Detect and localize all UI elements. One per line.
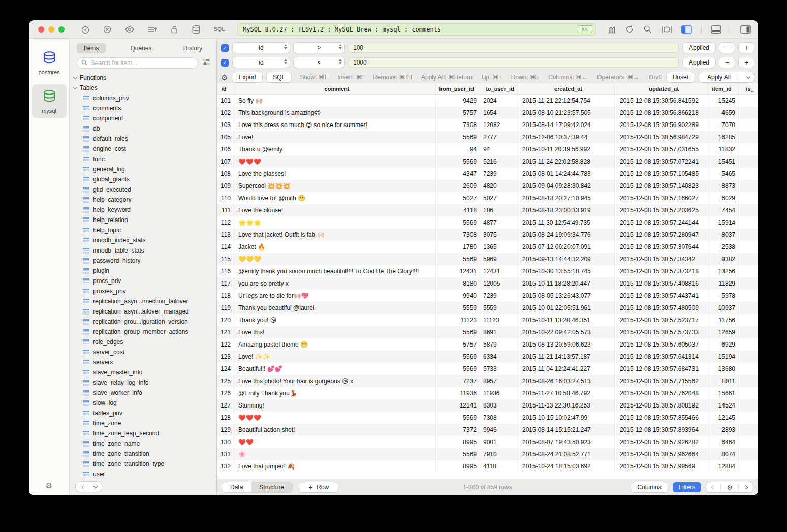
cell-id[interactable]: 106 (217, 143, 234, 155)
cell-item-id[interactable]: 15451 (708, 155, 739, 168)
cell-updated-at[interactable]: 2015-12-08 15:30:56.841592 (615, 95, 708, 107)
cell-created-at[interactable]: 2015-11-21 14:13:57.187 (517, 351, 615, 363)
table-row[interactable]: 123 Love! ✨✨ 5569 6334 2015-11-21 14:13:… (217, 351, 758, 363)
cell-to-user-id[interactable]: 4877 (480, 216, 517, 229)
cell-is[interactable] (739, 412, 758, 424)
table-row[interactable]: 113 Love that jacket! Outfit is fab 🙌🏻 7… (217, 229, 758, 241)
cell-is[interactable] (739, 290, 758, 302)
cell-from-user-id[interactable]: 8995 (436, 460, 480, 473)
filter-enabled-checkbox[interactable]: ✓ (221, 59, 229, 67)
table-row[interactable]: 118 Ur legs are to die for🙌🏼💖 9940 7239 … (217, 290, 758, 302)
cell-from-user-id[interactable]: 5569 (436, 363, 480, 375)
cell-from-user-id[interactable]: 7308 (436, 119, 480, 131)
cell-created-at[interactable]: 2015-08-24 21:08:52.771 (517, 448, 615, 460)
connection-postgres[interactable]: postgres (32, 46, 67, 79)
sidebar-table-item[interactable]: server_cost (74, 347, 216, 357)
cell-from-user-id[interactable]: 9940 (436, 290, 480, 302)
tree-section-tables[interactable]: Tables (74, 83, 216, 93)
sidebar-table-item[interactable]: help_relation (74, 215, 216, 225)
cell-updated-at[interactable]: 2015-12-08 15:30:57.605037 (615, 338, 708, 351)
column-header-from-user-id[interactable]: from_user_id (436, 83, 480, 94)
sidebar-table-item[interactable]: time_zone_transition (74, 449, 216, 459)
cell-is[interactable] (739, 241, 758, 253)
sidebar-table-item[interactable]: columns_priv (74, 93, 216, 103)
sidebar-table-item[interactable]: general_log (74, 164, 216, 174)
add-row-button[interactable]: + Row (299, 482, 338, 492)
cell-created-at[interactable]: 2015-09-04 09:28:30.842 (517, 180, 615, 192)
sidebar-table-item[interactable]: comments (74, 103, 216, 113)
cell-updated-at[interactable]: 2015-12-08 15:30:57.715562 (615, 375, 708, 387)
cell-comment[interactable]: ❤️❤️❤️ (234, 155, 436, 168)
cell-created-at[interactable]: 2015-10-11 13:20:46.351 (517, 314, 615, 326)
tab-carousel-icon[interactable] (661, 25, 672, 34)
cell-item-id[interactable]: 2893 (708, 424, 739, 436)
filter-value-input[interactable] (349, 43, 679, 53)
sidebar-table-item[interactable]: procs_priv (74, 276, 216, 286)
cell-item-id[interactable]: 7454 (708, 204, 739, 216)
cell-item-id[interactable]: 11829 (708, 277, 739, 290)
column-header-id[interactable]: id (217, 83, 234, 94)
table-row[interactable]: 112 🌟🌟🌟 5569 4877 2015-11-30 12:54:49.73… (217, 216, 758, 229)
cell-comment[interactable]: Thank you! 😘 (234, 314, 436, 326)
cell-to-user-id[interactable]: 1365 (480, 241, 517, 253)
cell-updated-at[interactable]: 2015-12-08 15:30:57.573733 (615, 326, 708, 338)
cell-from-user-id[interactable]: 7372 (436, 424, 480, 436)
cell-updated-at[interactable]: 2015-12-08 15:30:57.031655 (615, 143, 708, 155)
cell-id[interactable]: 119 (217, 302, 234, 314)
cell-id[interactable]: 108 (217, 168, 234, 180)
sidebar-table-item[interactable]: slave_master_info (74, 367, 216, 378)
sidebar-table-item[interactable]: innodb_index_stats (74, 235, 216, 245)
cell-comment[interactable]: Love the blouse! (234, 204, 436, 216)
table-row[interactable]: 122 Amazing pastel theme 😬 5757 5879 201… (217, 338, 758, 351)
connect-icon[interactable] (81, 25, 90, 34)
cell-created-at[interactable]: 2015-11-24 22:02:58.828 (517, 155, 615, 168)
table-row[interactable]: 107 ❤️❤️❤️ 5569 5216 2015-11-24 22:02:58… (217, 155, 758, 168)
cell-item-id[interactable]: 14524 (708, 399, 739, 412)
sidebar-table-item[interactable]: component (74, 113, 216, 123)
cell-item-id[interactable]: 16285 (708, 131, 739, 143)
column-header-updated-at[interactable]: updated_at (615, 83, 708, 94)
table-settings-gear-icon[interactable]: ⚙ (721, 482, 738, 492)
cell-created-at[interactable]: 2015-12-06 10:37:39.44 (517, 131, 615, 143)
cell-id[interactable]: 114 (217, 241, 234, 253)
table-row[interactable]: 130 ❤️❤️ 8995 9001 2015-08-07 19:43:50.9… (217, 436, 758, 448)
cell-to-user-id[interactable]: 94 (480, 143, 517, 155)
filter-column-select[interactable]: id (233, 43, 290, 53)
sidebar-table-item[interactable]: role_edges (74, 337, 216, 347)
cell-id[interactable]: 123 (217, 351, 234, 363)
cell-id[interactable]: 109 (217, 180, 234, 192)
table-row[interactable]: 111 Love the blouse! 4118 186 2015-08-18… (217, 204, 758, 216)
cell-created-at[interactable]: 2015-08-10 21:23:57.505 (517, 107, 615, 119)
cell-is[interactable] (739, 192, 758, 204)
cell-is[interactable] (739, 399, 758, 412)
cell-updated-at[interactable]: 2015-12-08 15:30:57.99569 (615, 460, 708, 473)
database-icon[interactable] (191, 25, 201, 34)
table-row[interactable]: 129 Beautiful action shot! 7372 9946 201… (217, 424, 758, 436)
cell-created-at[interactable]: 2015-10-11 18:28:20.447 (517, 277, 615, 290)
sidebar-table-item[interactable]: password_history (74, 256, 216, 266)
cell-item-id[interactable]: 12145 (708, 412, 739, 424)
cell-from-user-id[interactable]: 8180 (436, 277, 480, 290)
cell-id[interactable]: 128 (217, 412, 234, 424)
cell-created-at[interactable]: 2015-11-27 10:58:46.792 (517, 387, 615, 399)
column-header-to-user-id[interactable]: to_user_id (480, 83, 517, 94)
cell-to-user-id[interactable]: 5733 (480, 363, 517, 375)
cell-is[interactable] (739, 107, 758, 119)
cell-id[interactable]: 110 (217, 192, 234, 204)
close-window-button[interactable] (38, 26, 44, 33)
cell-updated-at[interactable]: 2015-12-08 15:30:57.072241 (615, 155, 708, 168)
cell-updated-at[interactable]: 2015-12-08 15:30:57.140823 (615, 180, 708, 192)
cell-is[interactable] (739, 302, 758, 314)
cell-to-user-id[interactable]: 7308 (480, 412, 517, 424)
cell-id[interactable]: 111 (217, 204, 234, 216)
cell-to-user-id[interactable]: 7910 (480, 448, 517, 460)
cell-updated-at[interactable]: 2015-12-08 15:30:57.443741 (615, 290, 708, 302)
cell-to-user-id[interactable]: 5559 (480, 302, 517, 314)
add-item-button[interactable]: + (76, 482, 89, 492)
sidebar-table-item[interactable]: tables_priv (74, 408, 216, 418)
cell-item-id[interactable]: 8873 (708, 180, 739, 192)
cell-from-user-id[interactable]: 4118 (436, 204, 480, 216)
cell-id[interactable]: 112 (217, 216, 234, 229)
cell-created-at[interactable]: 2015-08-14 17:09:42.024 (517, 119, 615, 131)
cell-id[interactable]: 132 (217, 460, 234, 473)
